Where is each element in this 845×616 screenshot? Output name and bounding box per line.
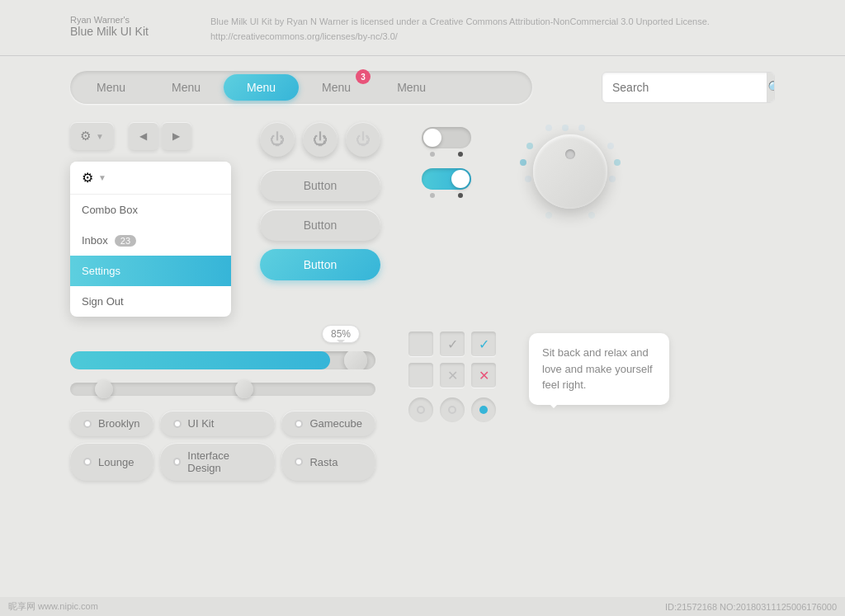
- toggle-2: [422, 168, 471, 198]
- checkbox-check-blue[interactable]: ✓: [471, 332, 496, 356]
- power-button-on-2[interactable]: ⏻: [346, 122, 380, 157]
- radio-circle-3: [295, 420, 303, 428]
- radio-gamecube[interactable]: Gamecube: [281, 411, 375, 436]
- tab-menu-2[interactable]: Menu: [149, 74, 224, 101]
- toggle-off[interactable]: [422, 127, 471, 148]
- knob-dial[interactable]: [533, 134, 607, 209]
- power-icon-3: ⏻: [356, 131, 371, 148]
- dropdown-gear-icon: ⚙: [82, 170, 93, 186]
- radio-dot-inner-filled: [479, 406, 488, 414]
- radio-label-brooklyn: Brooklyn: [98, 417, 140, 430]
- search-icon: 🔍: [767, 80, 775, 96]
- radio-circle-1: [83, 420, 92, 428]
- knob-dot-l3: [525, 176, 531, 182]
- button-default-1[interactable]: Button: [260, 170, 380, 201]
- tooltip-bubble: Sit back and relax and love and make you…: [529, 333, 669, 405]
- dropdown-panel: ⚙ ▼ Combo Box Inbox 23 Settings Sign Out: [70, 162, 231, 317]
- nav-back-button[interactable]: ◀: [129, 122, 158, 150]
- radio-label-interface-design: Interface Design: [187, 449, 262, 474]
- header: Ryan Warner's Blue Milk UI Kit Blue Milk…: [0, 0, 845, 56]
- slider-2[interactable]: [70, 383, 375, 396]
- dropdown-item-inbox[interactable]: Inbox 23: [70, 225, 231, 256]
- dropdown-item-combobox[interactable]: Combo Box: [70, 195, 231, 225]
- radio-dot-empty[interactable]: [408, 397, 433, 422]
- tab-menu-5[interactable]: Menu: [374, 74, 449, 101]
- radio-label-lounge: Lounge: [98, 456, 134, 468]
- toggle-dots-1: [430, 152, 463, 157]
- toggle-thumb-1: [423, 129, 441, 147]
- radio-lounge[interactable]: Lounge: [70, 443, 153, 481]
- knob-dot-l2: [520, 159, 526, 166]
- knob-dot-br: [588, 212, 595, 219]
- gear-dropdown-button[interactable]: ⚙ ▼: [70, 122, 114, 150]
- radio-label-rasta: Rasta: [309, 456, 338, 468]
- radio-label-uikit: UI Kit: [188, 417, 215, 430]
- radio-circle-4: [83, 458, 92, 466]
- progress-bar[interactable]: [70, 351, 375, 369]
- toggle-on[interactable]: [422, 168, 471, 190]
- page: Ryan Warner's Blue Milk UI Kit Blue Milk…: [0, 0, 845, 616]
- checkbox-cross-gray[interactable]: ✕: [440, 363, 465, 388]
- watermark-left: 昵享网 www.nipic.com: [8, 600, 98, 613]
- dropdown-arrow: ▼: [98, 173, 106, 182]
- power-button-off[interactable]: ⏻: [260, 122, 295, 157]
- dot2-off: [430, 193, 435, 198]
- dropdown-item-signout[interactable]: Sign Out: [70, 286, 231, 317]
- progress-handle[interactable]: [344, 351, 367, 369]
- search-bar: 🔍: [602, 72, 775, 103]
- knob-dot-r2: [614, 159, 621, 166]
- radio-circle-5: [173, 458, 182, 466]
- search-button[interactable]: 🔍: [767, 72, 775, 103]
- checkbox-empty-1[interactable]: [408, 332, 433, 356]
- radio-dot-filled[interactable]: [471, 397, 496, 422]
- license-info: Blue Milk UI Kit by Ryan N Warner is lic…: [210, 15, 710, 44]
- header-left: Ryan Warner's Blue Milk UI Kit: [70, 15, 177, 38]
- slider-handle-left[interactable]: [95, 380, 113, 398]
- tab-menu-4[interactable]: Menu 3: [299, 74, 374, 101]
- power-icon-2: ⏻: [313, 131, 328, 148]
- nav-forward-button[interactable]: ▶: [162, 122, 191, 150]
- toggle-dots-2: [430, 193, 463, 198]
- radio-interface-design[interactable]: Interface Design: [160, 443, 276, 481]
- checkbox-cross-pink[interactable]: ✕: [471, 363, 496, 388]
- dot-on: [458, 152, 463, 157]
- watermark-right: ID:21572168 NO:20180311125006176000: [665, 602, 837, 612]
- radio-label-gamecube: Gamecube: [309, 417, 362, 430]
- knob-container: [517, 118, 624, 225]
- tab-menu-1[interactable]: Menu: [73, 74, 149, 101]
- watermark-bar: 昵享网 www.nipic.com ID:21572168 NO:2018031…: [0, 597, 845, 616]
- progress-tooltip: 85%: [322, 325, 360, 343]
- checkbox-check-gray[interactable]: ✓: [440, 332, 465, 356]
- gear-icon: ⚙: [80, 129, 91, 143]
- sliders-area: 85% Brooklyn: [70, 325, 375, 481]
- combobox-label: Combo Box: [82, 204, 138, 216]
- tab-menu-3[interactable]: Menu: [224, 74, 299, 101]
- radio-pills-group: Brooklyn UI Kit Gamecube Lounge: [70, 411, 375, 481]
- dropdown-header: ⚙ ▼: [70, 162, 231, 195]
- dot-off: [430, 152, 435, 157]
- nav-arrows: ◀ ▶: [129, 122, 191, 150]
- knob-dot-r1: [607, 143, 614, 149]
- license-text: Blue Milk UI Kit by Ryan N Warner is lic…: [210, 15, 710, 30]
- search-input[interactable]: [602, 74, 767, 101]
- radio-rasta[interactable]: Rasta: [281, 443, 375, 481]
- dot2-on: [458, 193, 463, 198]
- radio-uikit[interactable]: UI Kit: [160, 411, 276, 436]
- inbox-badge: 23: [115, 235, 136, 247]
- radio-dot-empty-2[interactable]: [440, 397, 465, 422]
- power-icon-1: ⏻: [270, 131, 285, 148]
- knob-dot-r3: [609, 176, 616, 182]
- dropdown-item-settings[interactable]: Settings: [70, 256, 231, 286]
- radio-circle-6: [295, 458, 303, 466]
- slider-handle-right[interactable]: [235, 380, 253, 398]
- radio-brooklyn[interactable]: Brooklyn: [70, 411, 153, 436]
- radio-circle-2: [173, 420, 182, 428]
- radio-dot-inner-empty-2: [448, 406, 456, 414]
- radio-dot-inner-empty: [417, 406, 425, 414]
- button-default-2[interactable]: Button: [260, 209, 380, 241]
- checkbox-empty-2[interactable]: [408, 363, 433, 388]
- button-primary[interactable]: Button: [260, 249, 380, 280]
- inbox-label: Inbox: [82, 234, 108, 247]
- power-button-on-1[interactable]: ⏻: [303, 122, 338, 157]
- toggle-thumb-2: [451, 170, 470, 188]
